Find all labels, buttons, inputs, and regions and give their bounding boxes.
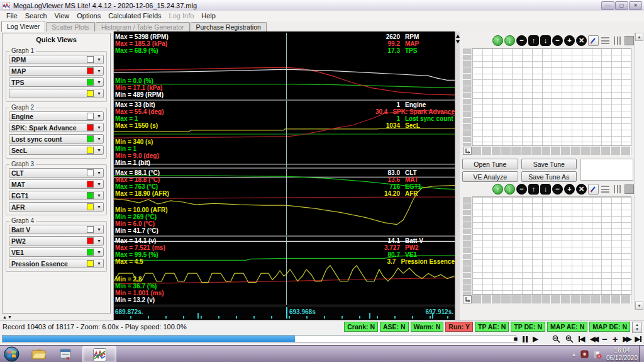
decrement-icon[interactable]: − [552,35,563,46]
time-axis[interactable]: 689.872s. 693.968s 697.912s. [114,307,455,319]
playback-progress-track[interactable] [2,335,516,342]
channel-selector-map[interactable]: MAP ▼ [9,66,104,76]
channel-selector-empty[interactable]: ▼ [9,89,104,98]
tab-purchase-registration[interactable]: Purchase Registration [191,22,267,31]
graph-4[interactable]: Max = 14.1 (v) Max = 7.521 (ms) Max = 99… [114,237,455,305]
shift-up-icon[interactable]: ↑ [528,35,539,46]
rewind-button[interactable]: ◀◀ [590,336,597,342]
decrement-small-icon[interactable]: − [516,35,527,46]
decrement-small-icon[interactable]: − [516,184,527,195]
open-tune-button[interactable]: Open Tune [462,159,518,169]
increment-icon[interactable]: + [564,35,575,46]
tune-load-icon[interactable]: ↑ [492,35,503,46]
table-2-axes-icon[interactable] [463,295,472,303]
tune-send-icon[interactable]: ↓ [504,184,515,195]
megalogviewer-taskbar-button[interactable] [82,346,116,362]
save-tune-as-button[interactable]: Save Tune As [521,171,577,182]
shift-up-icon[interactable]: ↑ [528,184,539,195]
step-forward-button[interactable]: + [613,334,618,344]
skip-to-end-button[interactable]: ▶ [635,336,641,342]
clear-icon[interactable]: ✕ [576,184,587,195]
taskbar: ▲ 16:04 06/12/2020 [0,345,644,362]
fast-forward-button[interactable]: ▶▶ [623,336,630,342]
table-2-column-headers[interactable] [472,295,631,303]
pinned-app-taskbar-button[interactable] [55,347,75,361]
menu-calculated-fields[interactable]: Calculated Fields [104,11,165,20]
step-back-button[interactable]: − [602,334,608,344]
ve-analyze-button[interactable]: VE Analyze [462,171,518,182]
channel-selector-engine[interactable]: Engine ▼ [9,111,104,121]
menu-file[interactable]: File [3,11,21,20]
indicator-spinner[interactable]: ▲▼ [632,322,642,333]
channel-selector-afr[interactable]: AFR ▼ [9,202,104,212]
action-center-flag-icon[interactable] [593,350,602,359]
edit-pen-icon[interactable] [588,35,599,46]
menu-help[interactable]: Help [197,11,219,20]
close-button[interactable]: ✕ [629,1,642,10]
channel-selector-secl[interactable]: SecL ▼ [9,145,104,155]
channel-selector-clt[interactable]: CLT ▼ [9,168,104,178]
zoom-in-icon[interactable] [565,335,574,343]
channel-selector-spark-advance[interactable]: SPK: Spark Advance ▼ [9,123,104,132]
column-view-icon[interactable] [612,35,623,46]
table-1-row-headers[interactable] [463,48,471,146]
table-1-axes-icon[interactable] [463,147,472,155]
row-view-icon[interactable] [600,184,611,195]
channel-selector-pw2[interactable]: PW2 ▼ [9,236,104,246]
menu-view[interactable]: View [51,11,74,20]
explorer-taskbar-button[interactable] [29,347,49,361]
channel-selector-tps[interactable]: TPS ▼ [9,77,104,87]
tune-send-icon[interactable]: ↓ [504,35,515,46]
indicator-run: Run: Y [445,322,473,332]
table-1-column-headers[interactable] [472,147,631,155]
channel-selector-lost-sync-count[interactable]: Lost sync count ▼ [9,134,104,144]
block-view-icon[interactable] [624,184,635,195]
menu-search[interactable]: Search [21,11,51,20]
increment-icon[interactable]: + [564,184,575,195]
block-view-icon[interactable] [624,35,635,46]
time-ticks [114,316,455,319]
edit-pen-icon[interactable] [588,184,599,195]
show-desktop-button[interactable] [639,346,644,362]
save-tune-button[interactable]: Save Tune [521,159,577,169]
channel-selector-pression-essence[interactable]: Pression Essence ▼ [9,259,104,268]
scroll-up-icon[interactable]: ▲ [635,33,643,41]
start-button[interactable] [4,346,19,362]
decrement-icon[interactable]: − [552,184,563,195]
row-view-icon[interactable] [600,35,611,46]
play-button[interactable]: ▶ [533,336,538,342]
color-swatch [87,67,94,74]
sidebar-scroll-arrows-icon[interactable]: ▲▼ [3,315,13,319]
shift-down-icon[interactable]: ↓ [540,35,551,46]
maximize-button[interactable]: ▢ [615,1,628,10]
tray-expand-icon[interactable]: ▲ [572,352,576,356]
pause-button[interactable] [523,336,528,342]
table-1-cells[interactable] [472,48,631,146]
channel-selector-egt1[interactable]: EGT1 ▼ [9,191,104,200]
tray-app-icon[interactable] [580,350,589,358]
graph-3[interactable]: Max = 88.1 (°C) Max = 18.8 (°C) Max = 76… [114,169,455,237]
channel-selector-batt-v[interactable]: Batt V ▼ [9,225,104,234]
minimize-button[interactable]: — [601,1,614,10]
skip-to-start-button[interactable]: ◀ [579,336,585,342]
tab-log-viewer[interactable]: Log Viewer [1,21,45,32]
stop-button[interactable]: ■ [514,336,518,342]
channel-selector-rpm[interactable]: RPM ▼ [9,55,104,64]
zoom-out-icon[interactable] [552,335,560,343]
taskbar-clock[interactable]: 16:04 06/12/2020 [606,347,638,361]
graph-2[interactable]: Max = 33 (bit) Max = 55.4 (deg) Max = 1 … [114,101,455,169]
tune-load-icon[interactable]: ↑ [492,184,503,195]
indicator-map-de: MAP DE: N [589,322,630,332]
table-2-cells[interactable] [472,196,631,295]
clear-icon[interactable]: ✕ [576,35,587,46]
table-2-row-headers[interactable] [463,197,471,295]
channel-selector-mat[interactable]: MAT ▼ [9,179,104,189]
menu-bar: File Search View Options Calculated Fiel… [0,11,644,21]
tune-panel-scrollbar[interactable]: ▲ ▼ [634,33,644,310]
graph-1[interactable]: Max = 5398 (RPM) Max = 185.3 (kPa) Max =… [114,33,455,101]
shift-down-icon[interactable]: ↓ [540,184,551,195]
scroll-down-icon[interactable]: ▼ [635,302,643,310]
column-view-icon[interactable] [612,184,623,195]
channel-selector-ve1[interactable]: VE1 ▼ [9,247,104,257]
menu-options[interactable]: Options [73,11,104,20]
